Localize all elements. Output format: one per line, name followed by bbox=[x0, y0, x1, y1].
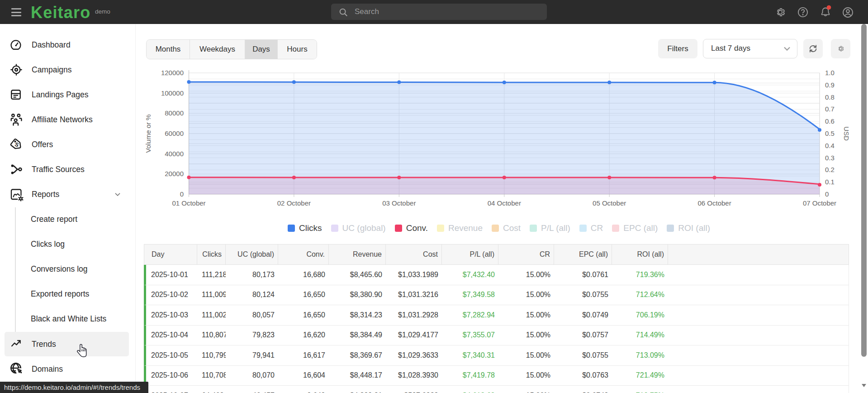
svg-text:0.8: 0.8 bbox=[825, 93, 835, 101]
svg-text:01 October: 01 October bbox=[172, 199, 205, 207]
svg-text:04 October: 04 October bbox=[488, 199, 521, 207]
svg-text:100000: 100000 bbox=[161, 89, 184, 97]
svg-text:0.1: 0.1 bbox=[825, 178, 835, 186]
svg-text:0.5: 0.5 bbox=[825, 129, 835, 137]
svg-text:USD: USD bbox=[843, 126, 850, 141]
svg-text:1.0: 1.0 bbox=[825, 69, 835, 77]
svg-text:02 October: 02 October bbox=[277, 199, 311, 207]
svg-text:80000: 80000 bbox=[165, 109, 184, 117]
svg-text:0.2: 0.2 bbox=[825, 166, 835, 173]
svg-text:0.3: 0.3 bbox=[825, 154, 835, 162]
svg-text:60000: 60000 bbox=[165, 129, 184, 137]
svg-text:07 October: 07 October bbox=[803, 199, 836, 207]
svg-text:06 October: 06 October bbox=[697, 199, 731, 207]
svg-text:03 October: 03 October bbox=[382, 199, 416, 207]
svg-text:0.6: 0.6 bbox=[825, 117, 835, 125]
svg-text:0.9: 0.9 bbox=[825, 81, 835, 89]
svg-text:40000: 40000 bbox=[165, 150, 184, 158]
svg-text:0.4: 0.4 bbox=[825, 142, 835, 149]
svg-text:120000: 120000 bbox=[161, 69, 184, 77]
svg-text:20000: 20000 bbox=[165, 170, 184, 177]
svg-text:0.7: 0.7 bbox=[825, 105, 835, 113]
svg-text:0: 0 bbox=[825, 190, 829, 198]
svg-text:0: 0 bbox=[180, 190, 184, 198]
svg-text:Volume or %: Volume or % bbox=[144, 114, 152, 153]
svg-text:05 October: 05 October bbox=[593, 199, 626, 207]
